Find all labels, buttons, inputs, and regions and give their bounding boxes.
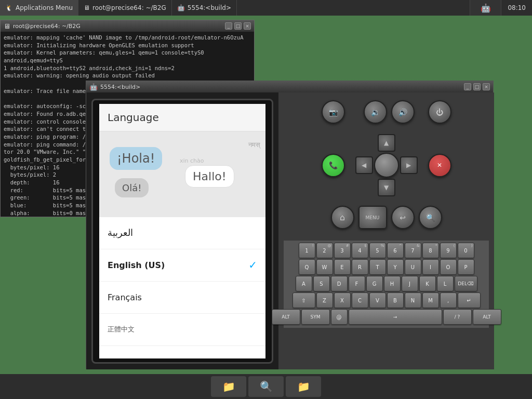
key-w[interactable]: W bbox=[316, 259, 333, 275]
key-4[interactable]: 4$ bbox=[352, 243, 368, 258]
key-1[interactable]: 1! bbox=[299, 243, 315, 258]
applications-menu[interactable]: 🐧 Applications Menu bbox=[0, 0, 78, 16]
bubble-hallo: Hallo! bbox=[185, 165, 234, 188]
clock: 08:10 bbox=[501, 0, 532, 16]
end-call-button[interactable]: ✕ bbox=[428, 154, 451, 177]
key-at[interactable]: @ bbox=[331, 309, 348, 325]
key-b[interactable]: B bbox=[387, 292, 404, 308]
key-alt-left[interactable]: ALT bbox=[272, 309, 300, 325]
key-h[interactable]: H bbox=[384, 276, 401, 291]
search-icon-bottom: 🔍 bbox=[260, 380, 273, 393]
terminal-line: 1 android,bluetooth=ttyS2 android,check_… bbox=[4, 64, 251, 72]
key-o[interactable]: O bbox=[440, 259, 457, 275]
bottom-files-right[interactable]: 📁 bbox=[286, 376, 321, 397]
emulator-close[interactable]: × bbox=[483, 83, 490, 90]
dpad-center[interactable] bbox=[374, 153, 399, 178]
key-g[interactable]: G bbox=[366, 276, 383, 291]
terminal-line: emulator: Initializing hardware OpenGLES… bbox=[4, 42, 251, 49]
key-v[interactable]: V bbox=[369, 292, 386, 308]
key-k[interactable]: K bbox=[419, 276, 436, 291]
key-f[interactable]: F bbox=[349, 276, 365, 291]
key-z[interactable]: Z bbox=[316, 292, 333, 308]
emulator-maximize[interactable]: □ bbox=[473, 83, 481, 90]
bottom-search[interactable]: 🔍 bbox=[248, 376, 284, 397]
systray: 🤖 bbox=[470, 0, 501, 16]
key-a[interactable]: A bbox=[296, 276, 312, 291]
dpad-down[interactable]: ▼ bbox=[378, 179, 395, 196]
key-7[interactable]: 7& bbox=[405, 243, 421, 258]
bubble-namaste: नमस् bbox=[248, 141, 260, 149]
key-y[interactable]: Y bbox=[387, 259, 404, 275]
phone-area: Language ¡Hola! Olá! Hallo! नमस् bbox=[86, 92, 278, 369]
key-i[interactable]: I bbox=[422, 259, 439, 275]
language-item-arabic[interactable]: العربية bbox=[99, 217, 265, 249]
key-space[interactable]: → bbox=[349, 309, 442, 325]
bubble-hola: ¡Hola! bbox=[110, 147, 162, 170]
dpad: ▲ ▼ ◀ ▶ bbox=[355, 134, 418, 196]
key-0[interactable]: 0) bbox=[458, 243, 474, 258]
nav-controls-row: ⌂ MENU ↩ 🔍 bbox=[331, 206, 442, 229]
terminal-close[interactable]: × bbox=[244, 22, 251, 30]
key-j[interactable]: J bbox=[402, 276, 418, 291]
key-2[interactable]: 2@ bbox=[316, 243, 333, 258]
home-button[interactable]: ⌂ bbox=[331, 206, 354, 229]
key-t[interactable]: T bbox=[369, 259, 386, 275]
key-3[interactable]: 3# bbox=[334, 243, 351, 258]
key-s[interactable]: S bbox=[313, 276, 330, 291]
key-8[interactable]: 8* bbox=[422, 243, 439, 258]
terminal-icon: 🖥 bbox=[84, 4, 90, 11]
language-item-chinese[interactable]: 正體中文 bbox=[99, 314, 265, 346]
key-shift[interactable]: ⇧ bbox=[292, 292, 315, 308]
key-5[interactable]: 5% bbox=[369, 243, 386, 258]
keyboard-row-1: 1! 2@ 3# 4$ 5% 6^ 7& 8* 9( 0) bbox=[286, 243, 487, 258]
android-icon: 🤖 bbox=[177, 4, 185, 11]
back-button[interactable]: ↩ bbox=[391, 206, 415, 229]
bubble-xin-chao: xin chào bbox=[180, 157, 204, 164]
key-r[interactable]: R bbox=[352, 259, 368, 275]
terminal-maximize[interactable]: □ bbox=[234, 22, 242, 30]
terminal-line: emulator: warning: opening audio output … bbox=[4, 72, 251, 79]
language-item-french[interactable]: Français bbox=[99, 282, 265, 314]
keyboard: 1! 2@ 3# 4$ 5% 6^ 7& 8* 9( 0) Q W E R T … bbox=[284, 241, 489, 328]
dpad-row: 📞 ▲ ▼ ◀ ▶ ✕ bbox=[322, 132, 451, 198]
call-button[interactable]: 📞 bbox=[322, 154, 345, 177]
key-x[interactable]: X bbox=[334, 292, 351, 308]
key-6[interactable]: 6^ bbox=[387, 243, 404, 258]
dpad-left[interactable]: ◀ bbox=[355, 156, 373, 174]
key-sym[interactable]: SYM bbox=[301, 309, 330, 325]
key-p[interactable]: P bbox=[458, 259, 474, 275]
terminal-line: emulator: mapping 'cache' NAND image to … bbox=[4, 34, 251, 42]
search-button[interactable]: 🔍 bbox=[419, 206, 442, 229]
key-enter[interactable]: ↵ bbox=[458, 292, 481, 308]
key-9[interactable]: 9( bbox=[440, 243, 457, 258]
key-e[interactable]: E bbox=[334, 259, 351, 275]
key-u[interactable]: U bbox=[405, 259, 421, 275]
key-c[interactable]: C bbox=[352, 292, 368, 308]
dpad-up[interactable]: ▲ bbox=[378, 134, 395, 152]
terminal-minimize[interactable]: _ bbox=[225, 22, 232, 30]
language-item-english[interactable]: English (US) ✓ bbox=[99, 249, 265, 282]
emulator-tab[interactable]: 🤖 5554:<build> bbox=[172, 0, 237, 16]
key-m[interactable]: M bbox=[422, 292, 439, 308]
key-d[interactable]: D bbox=[331, 276, 348, 291]
menu-button[interactable]: MENU bbox=[358, 206, 387, 229]
volume-up-button[interactable]: 🔊 bbox=[391, 100, 415, 124]
taskbar-right: 🤖 08:10 bbox=[470, 0, 532, 16]
emulator-title-icon: 🤖 bbox=[89, 83, 98, 91]
keyboard-row-3: A S D F G H J K L DEL⌫ bbox=[286, 276, 487, 291]
key-alt-right[interactable]: ALT bbox=[473, 309, 501, 325]
bottom-files-left[interactable]: 📁 bbox=[211, 376, 246, 397]
key-l[interactable]: L bbox=[437, 276, 454, 291]
dpad-right[interactable]: ▶ bbox=[400, 156, 418, 174]
power-button[interactable]: ⏻ bbox=[428, 100, 451, 124]
camera-button[interactable]: 📷 bbox=[322, 100, 345, 124]
key-q[interactable]: Q bbox=[299, 259, 315, 275]
terminal-tab[interactable]: 🖥 root@precise64: ~/B2G bbox=[78, 0, 172, 16]
key-comma[interactable]: , bbox=[440, 292, 457, 308]
volume-down-button[interactable]: 🔉 bbox=[364, 100, 387, 124]
key-n[interactable]: N bbox=[405, 292, 421, 308]
emulator-minimize[interactable]: _ bbox=[464, 83, 471, 90]
selected-checkmark: ✓ bbox=[248, 259, 257, 271]
key-del[interactable]: DEL⌫ bbox=[455, 276, 477, 291]
key-slash[interactable]: / ? bbox=[443, 309, 472, 325]
